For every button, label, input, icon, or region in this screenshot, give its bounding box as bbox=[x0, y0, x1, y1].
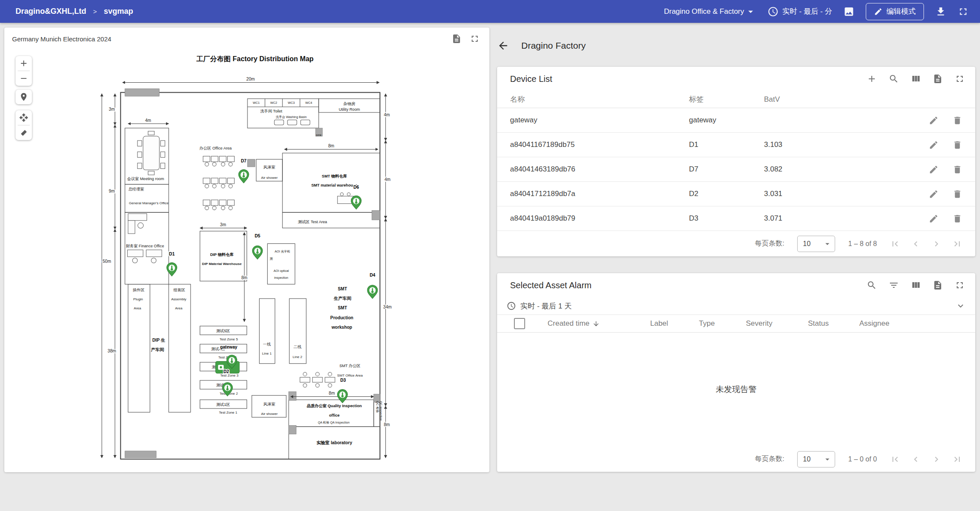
pencil-icon bbox=[874, 7, 883, 16]
device-row[interactable]: a84041463189db76 D7 3.082 bbox=[497, 157, 975, 182]
device-label: D1 bbox=[689, 140, 764, 149]
svg-text:AOI 光学检: AOI 光学检 bbox=[275, 249, 290, 253]
last-page-button[interactable] bbox=[952, 454, 962, 464]
device-list-title: Device List bbox=[510, 74, 552, 84]
export-file-icon[interactable] bbox=[451, 34, 462, 44]
device-marker[interactable]: D4 bbox=[367, 273, 378, 299]
columns-icon[interactable] bbox=[911, 74, 921, 84]
select-all-checkbox[interactable] bbox=[514, 318, 525, 329]
pan-erase-tools bbox=[16, 110, 32, 140]
zoom-in-button[interactable] bbox=[16, 56, 32, 71]
export-file-icon[interactable] bbox=[933, 280, 943, 290]
svg-text:杂物房: 杂物房 bbox=[344, 102, 355, 106]
edit-icon[interactable] bbox=[929, 115, 939, 125]
topbar-actions: Dragino Office & Factory 实时 - 最后 - 分 编辑模… bbox=[664, 3, 969, 20]
first-page-button[interactable] bbox=[890, 239, 900, 249]
page-range: 1 – 0 of 0 bbox=[848, 455, 877, 463]
prev-page-button[interactable] bbox=[911, 239, 921, 249]
svg-text:总经理室: 总经理室 bbox=[128, 187, 144, 191]
per-page-select[interactable]: 10 bbox=[797, 236, 835, 252]
device-row[interactable]: gateway gateway bbox=[497, 108, 975, 133]
search-icon[interactable] bbox=[889, 74, 899, 84]
device-row[interactable]: a84041167189db75 D1 3.103 bbox=[497, 133, 975, 157]
pan-button[interactable] bbox=[16, 110, 32, 125]
device-marker[interactable]: D7 bbox=[238, 159, 249, 183]
device-row[interactable]: a840419a0189db79 D3 3.071 bbox=[497, 206, 975, 231]
chevron-down-icon[interactable] bbox=[955, 301, 966, 311]
edit-icon[interactable] bbox=[929, 189, 939, 199]
svg-text:Test Zone 1: Test Zone 1 bbox=[219, 411, 238, 414]
svg-text:Production: Production bbox=[330, 315, 353, 320]
column-label[interactable]: 标签 bbox=[689, 94, 764, 104]
svg-text:组装区: 组装区 bbox=[173, 288, 185, 292]
eraser-button[interactable] bbox=[16, 125, 32, 140]
place-marker-button[interactable] bbox=[16, 90, 32, 104]
per-page-label: 每页条数: bbox=[755, 455, 784, 464]
expand-fullscreen-icon[interactable] bbox=[955, 280, 965, 290]
caret-down-icon bbox=[745, 6, 756, 17]
delete-icon[interactable] bbox=[952, 140, 962, 150]
device-marker[interactable]: D6 bbox=[351, 185, 361, 209]
zoom-out-button[interactable] bbox=[16, 71, 32, 86]
column-alarm-assignee[interactable]: Assignee bbox=[859, 319, 975, 328]
prev-page-button[interactable] bbox=[911, 454, 921, 464]
delete-icon[interactable] bbox=[952, 214, 962, 224]
entity-panel-title: Dragino Factory bbox=[521, 41, 585, 51]
first-page-button[interactable] bbox=[890, 454, 900, 464]
minus-icon bbox=[19, 74, 28, 83]
device-marker[interactable]: D3 bbox=[337, 378, 348, 403]
per-page-value: 10 bbox=[803, 455, 811, 463]
breadcrumb-separator: > bbox=[93, 8, 97, 15]
columns-icon[interactable] bbox=[911, 280, 921, 290]
back-arrow-icon[interactable] bbox=[497, 40, 509, 52]
image-icon[interactable] bbox=[843, 6, 855, 17]
delete-icon[interactable] bbox=[952, 165, 962, 174]
column-created-time[interactable]: Created time bbox=[548, 319, 650, 328]
column-alarm-label[interactable]: Label bbox=[650, 319, 699, 328]
delete-icon[interactable] bbox=[952, 189, 962, 199]
filter-icon[interactable] bbox=[889, 280, 899, 290]
column-alarm-severity[interactable]: Severity bbox=[746, 319, 808, 328]
svg-text:D6: D6 bbox=[354, 185, 359, 190]
last-page-button[interactable] bbox=[952, 239, 962, 249]
svg-text:D7: D7 bbox=[241, 159, 247, 163]
device-marker[interactable]: D1 bbox=[167, 252, 177, 276]
breadcrumb-page[interactable]: svgmap bbox=[104, 7, 133, 16]
svg-text:SMT 物料仓库: SMT 物料仓库 bbox=[322, 174, 347, 178]
fullscreen-icon[interactable] bbox=[958, 6, 969, 17]
time-window-button[interactable]: 实时 - 最后 - 分 bbox=[767, 6, 832, 17]
factory-floor-plan: 工厂分布图 Factory Distribution Map bbox=[4, 50, 489, 472]
device-row[interactable]: a84041712189db7a D2 3.031 bbox=[497, 182, 975, 206]
svg-text:4m: 4m bbox=[385, 177, 391, 182]
svg-text:财务室 Finance Office: 财务室 Finance Office bbox=[126, 244, 164, 248]
download-icon[interactable] bbox=[935, 6, 946, 17]
per-page-select[interactable]: 10 bbox=[797, 451, 835, 467]
svg-text:34m: 34m bbox=[383, 305, 392, 309]
svg-text:9m: 9m bbox=[109, 189, 115, 193]
expand-fullscreen-icon[interactable] bbox=[470, 34, 480, 44]
entity-selector[interactable]: Dragino Office & Factory bbox=[664, 6, 756, 17]
device-label: D3 bbox=[689, 214, 764, 223]
edit-icon[interactable] bbox=[929, 165, 939, 174]
next-page-button[interactable] bbox=[931, 454, 942, 464]
search-icon[interactable] bbox=[867, 280, 877, 290]
next-page-button[interactable] bbox=[931, 239, 942, 249]
column-alarm-status[interactable]: Status bbox=[808, 319, 859, 328]
delete-icon[interactable] bbox=[952, 115, 962, 125]
svg-text:D4: D4 bbox=[369, 273, 375, 277]
device-marker[interactable]: D5 bbox=[252, 234, 263, 259]
edit-mode-button[interactable]: 编辑模式 bbox=[866, 3, 924, 20]
svg-text:QC Inspection: QC Inspection bbox=[379, 401, 383, 421]
svg-text:风淋室: 风淋室 bbox=[263, 402, 275, 406]
edit-icon[interactable] bbox=[929, 214, 939, 224]
alarm-time-filter[interactable]: 实时 - 最后 1 天 bbox=[497, 297, 975, 315]
svg-text:D1: D1 bbox=[169, 252, 175, 256]
edit-icon[interactable] bbox=[929, 140, 939, 150]
expand-fullscreen-icon[interactable] bbox=[955, 74, 965, 84]
column-name[interactable]: 名称 bbox=[497, 94, 689, 104]
column-batv[interactable]: BatV bbox=[764, 95, 975, 104]
svg-text:QC 检验: QC 检验 bbox=[376, 401, 379, 413]
add-device-icon[interactable] bbox=[867, 74, 877, 84]
export-file-icon[interactable] bbox=[933, 74, 943, 84]
column-alarm-type[interactable]: Type bbox=[699, 319, 746, 328]
